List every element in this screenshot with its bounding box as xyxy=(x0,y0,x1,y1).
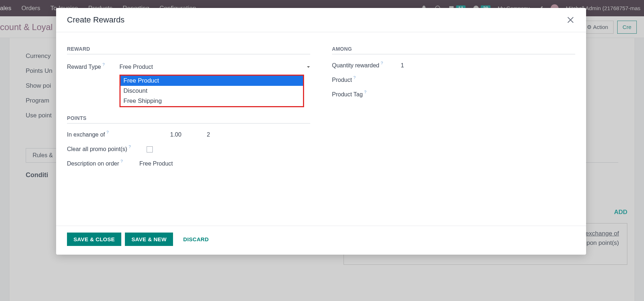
product-tag-label: Product Tag? xyxy=(332,91,401,98)
field-product-tag: Product Tag? xyxy=(332,91,575,98)
modal-header: Create Rewards xyxy=(56,8,586,32)
field-clear-points: Clear all promo point(s)? xyxy=(67,146,310,152)
help-icon[interactable]: ? xyxy=(129,145,131,149)
option-free-shipping[interactable]: Free Shipping xyxy=(121,96,303,106)
discard-button[interactable]: DISCARD xyxy=(177,233,215,246)
exchange-value-1[interactable]: 1.00 xyxy=(170,131,181,138)
clear-points-checkbox[interactable] xyxy=(147,146,153,152)
qty-rewarded-value[interactable]: 1 xyxy=(401,62,404,69)
reward-type-value: Free Product xyxy=(119,64,153,70)
right-column: AMONG Quantity rewarded? 1 Product? Prod… xyxy=(332,46,575,222)
modal-body: REWARD Reward Type? Free Product Free Pr… xyxy=(56,32,586,226)
option-discount[interactable]: Discount xyxy=(121,86,303,96)
field-description-order: Description on order? Free Product xyxy=(67,160,310,167)
field-reward-type: Reward Type? Free Product Free Product D… xyxy=(67,62,310,72)
help-icon[interactable]: ? xyxy=(364,90,366,94)
create-rewards-modal: Create Rewards REWARD Reward Type? Free … xyxy=(56,8,586,255)
section-points: POINTS xyxy=(67,115,310,124)
field-qty-rewarded: Quantity rewarded? 1 xyxy=(332,62,575,69)
save-new-button[interactable]: SAVE & NEW xyxy=(125,233,173,246)
section-among: AMONG xyxy=(332,46,575,54)
help-icon[interactable]: ? xyxy=(121,159,123,163)
qty-rewarded-label: Quantity rewarded? xyxy=(332,62,401,69)
help-icon[interactable]: ? xyxy=(353,75,355,80)
modal-footer: SAVE & CLOSE SAVE & NEW DISCARD xyxy=(56,226,586,255)
clear-points-label: Clear all promo point(s)? xyxy=(67,146,147,152)
exchange-value-2[interactable]: 2 xyxy=(207,131,210,138)
field-in-exchange: In exchange of? 1.00 2 xyxy=(67,131,310,138)
save-close-button[interactable]: SAVE & CLOSE xyxy=(67,233,121,246)
section-reward: REWARD xyxy=(67,46,310,54)
modal-title: Create Rewards xyxy=(67,15,125,25)
left-column: REWARD Reward Type? Free Product Free Pr… xyxy=(67,46,310,222)
option-free-product[interactable]: Free Product xyxy=(121,76,303,86)
description-order-value[interactable]: Free Product xyxy=(139,160,173,167)
reward-type-dropdown: Free Product Discount Free Shipping xyxy=(119,75,304,107)
reward-type-select[interactable]: Free Product xyxy=(119,62,310,72)
field-product: Product? xyxy=(332,77,575,83)
in-exchange-label: In exchange of? xyxy=(67,131,119,138)
close-icon[interactable] xyxy=(566,15,575,25)
reward-type-label: Reward Type? xyxy=(67,64,119,70)
product-label: Product? xyxy=(332,77,401,83)
description-order-label: Description on order? xyxy=(67,160,139,167)
help-icon[interactable]: ? xyxy=(102,62,105,67)
chevron-down-icon xyxy=(307,65,310,69)
help-icon[interactable]: ? xyxy=(381,61,383,65)
help-icon[interactable]: ? xyxy=(106,130,109,134)
